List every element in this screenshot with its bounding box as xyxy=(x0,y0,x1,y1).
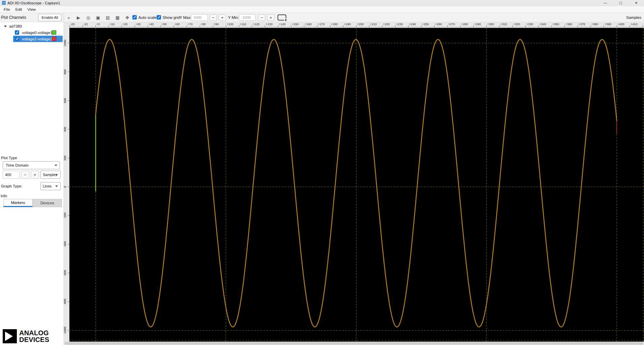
add-plot-icon[interactable]: + xyxy=(278,14,286,21)
sidebar: Plot Channels Enable All ad7380 voltage0… xyxy=(0,13,64,345)
sample-count-increment-button[interactable]: + xyxy=(31,171,39,179)
sample-count-decrement-button[interactable]: − xyxy=(21,171,29,179)
plot-channels-header: Plot Channels Enable All xyxy=(0,13,64,22)
record-icon[interactable]: ◎ xyxy=(84,14,92,21)
channel-row[interactable]: voltage0-voltage1 xyxy=(0,29,64,36)
adi-logo-text: ANALOG DEVICES xyxy=(19,330,49,343)
x-tick-label: +390 xyxy=(605,23,611,26)
y-min-increment-button[interactable]: + xyxy=(267,14,275,21)
snapshot-icon[interactable]: ▣ xyxy=(94,14,102,21)
channel-row[interactable]: voltage2-voltage3 xyxy=(0,36,64,42)
play-icon[interactable]: ▶ xyxy=(74,14,83,21)
x-tick-label: +80 xyxy=(200,23,205,26)
device-row[interactable]: ad7380 xyxy=(0,23,64,29)
x-tick-label: +200 xyxy=(357,23,364,26)
markers-panel xyxy=(0,207,64,324)
x-tick-label: +90 xyxy=(214,23,219,26)
horizontal-scrollbar[interactable] xyxy=(64,342,644,345)
tab-devices[interactable]: Devices xyxy=(33,199,62,207)
adi-logo-line1: ANALOG xyxy=(19,330,49,336)
auto-scale-label: Auto scale xyxy=(138,13,157,22)
info-label: Info xyxy=(1,194,7,198)
graph-type-label: Graph Type: xyxy=(1,184,22,188)
tab-markers[interactable]: Markers xyxy=(3,199,33,207)
x-tick-label: +190 xyxy=(344,23,351,26)
x-tick-label: -20 xyxy=(70,23,75,26)
adi-logo-icon xyxy=(3,329,17,343)
x-tick-label: +350 xyxy=(552,23,559,26)
x-tick-label: +30 xyxy=(135,23,140,26)
grid-view-icon[interactable]: ▤ xyxy=(104,14,112,21)
y-tick-label: 400 xyxy=(64,127,67,132)
run-icon[interactable]: » xyxy=(65,14,73,21)
y-max-increment-button[interactable]: + xyxy=(219,14,226,21)
channel-color-swatch[interactable] xyxy=(52,37,56,41)
show-grid-label: Show grid xyxy=(163,13,180,22)
device-name: ad7380 xyxy=(9,24,22,28)
x-tick-label: +120 xyxy=(253,23,259,26)
x-tick-label: +230 xyxy=(396,23,403,26)
menu-item-file[interactable]: File xyxy=(1,6,13,12)
y-min-input[interactable]: -1000 xyxy=(239,14,256,21)
channel-checkbox[interactable] xyxy=(15,37,19,41)
x-tick-label: +270 xyxy=(448,23,455,26)
app-window: ADI IIO Oscilloscope - Capture1 — ▢ ✕ Fi… xyxy=(0,0,644,345)
x-tick-label: +180 xyxy=(331,23,337,26)
plot-canvas-row: 10008006004002000-200-400-600-800-1000 xyxy=(64,28,644,342)
y-min-label: Y Min: xyxy=(228,13,239,22)
x-tick-label: +100 xyxy=(227,23,233,26)
x-tick-label: +400 xyxy=(617,23,624,26)
y-tick-label: 800 xyxy=(64,69,67,74)
y-max-decrement-button[interactable]: − xyxy=(210,14,217,21)
x-tick-label: +290 xyxy=(474,23,481,26)
sample-unit-value: Samples xyxy=(43,173,57,177)
enable-all-button[interactable]: Enable All xyxy=(38,14,62,21)
y-tick-label: -800 xyxy=(64,299,67,305)
sample-unit-dropdown[interactable]: Samples xyxy=(40,171,61,179)
graph-type-dropdown[interactable]: Lines xyxy=(40,182,61,190)
x-tick-label: +220 xyxy=(383,23,390,26)
plot-canvas[interactable] xyxy=(69,28,644,342)
menu-item-view[interactable]: View xyxy=(25,6,38,12)
x-tick-label: +10 xyxy=(109,23,115,26)
x-tick-label: +370 xyxy=(578,23,585,26)
expander-icon[interactable] xyxy=(4,26,7,27)
plus-badge-icon: + xyxy=(284,19,287,22)
channel-label: voltage2-voltage3 xyxy=(22,37,53,41)
x-tick-label: +310 xyxy=(500,23,507,26)
x-tick-label: +260 xyxy=(435,23,442,26)
x-tick-label: +0 xyxy=(96,23,100,26)
y-tick-label: -200 xyxy=(64,212,67,218)
minimize-icon[interactable]: — xyxy=(598,0,613,6)
channel-tree: ad7380 voltage0-voltage1voltage2-voltage… xyxy=(0,23,64,42)
auto-scale-checkbox[interactable] xyxy=(132,15,137,20)
plot-type-dropdown[interactable]: Time Domain xyxy=(3,161,60,169)
menu-item-edit[interactable]: Edit xyxy=(13,6,25,12)
scrollbar-thumb[interactable] xyxy=(65,342,643,345)
x-tick-label: +240 xyxy=(409,23,416,26)
x-tick-label: +250 xyxy=(422,23,429,26)
x-tick-label: +40 xyxy=(149,23,154,26)
y-tick-label: 600 xyxy=(64,98,67,103)
x-tick-label: -10 xyxy=(83,23,88,26)
show-grid-checkbox[interactable] xyxy=(157,15,161,20)
window-title: ADI IIO Oscilloscope - Capture1 xyxy=(7,1,60,5)
plot-region: »▶◎▣▤▦✥ Auto scale Show grid Y Max: 1000… xyxy=(64,13,644,345)
x-tick-label: +340 xyxy=(539,23,546,26)
sample-count-input[interactable]: 400 xyxy=(3,171,20,179)
y-min-decrement-button[interactable]: − xyxy=(258,14,265,21)
pan-icon[interactable]: ✥ xyxy=(123,14,131,21)
y-tick-label: 0 xyxy=(64,186,67,187)
channel-color-swatch[interactable] xyxy=(52,30,56,35)
analog-devices-logo: ANALOG DEVICES xyxy=(3,329,49,343)
x-tick-label: +140 xyxy=(279,23,286,26)
channel-checkbox[interactable] xyxy=(15,30,19,35)
maximize-icon[interactable]: ▢ xyxy=(613,0,629,6)
y-max-label: Y Max: xyxy=(180,13,192,22)
x-tick-label: +70 xyxy=(188,23,193,26)
y-max-input[interactable]: 1000 xyxy=(191,14,208,21)
graph-type-value: Lines xyxy=(43,184,52,188)
close-icon[interactable]: ✕ xyxy=(629,0,644,6)
table-view-icon[interactable]: ▦ xyxy=(114,14,122,21)
y-tick-label: -400 xyxy=(64,241,67,247)
